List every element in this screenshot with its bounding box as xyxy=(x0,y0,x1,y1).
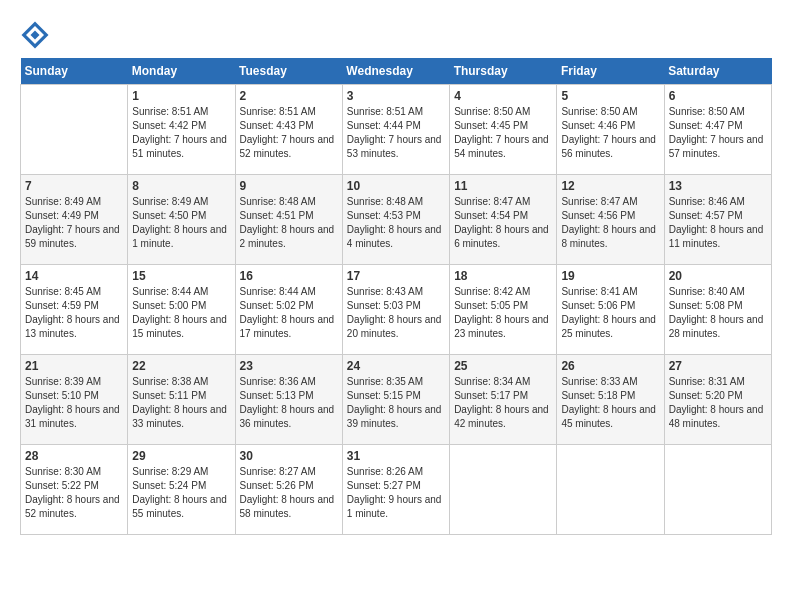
day-number: 11 xyxy=(454,179,552,193)
calendar-cell: 26 Sunrise: 8:33 AMSunset: 5:18 PMDaylig… xyxy=(557,355,664,445)
calendar-cell xyxy=(557,445,664,535)
day-detail: Sunrise: 8:46 AMSunset: 4:57 PMDaylight:… xyxy=(669,196,764,249)
week-row-3: 21 Sunrise: 8:39 AMSunset: 5:10 PMDaylig… xyxy=(21,355,772,445)
day-number: 14 xyxy=(25,269,123,283)
day-detail: Sunrise: 8:48 AMSunset: 4:51 PMDaylight:… xyxy=(240,196,335,249)
calendar-cell xyxy=(450,445,557,535)
logo xyxy=(20,20,54,50)
day-number: 13 xyxy=(669,179,767,193)
calendar-cell: 21 Sunrise: 8:39 AMSunset: 5:10 PMDaylig… xyxy=(21,355,128,445)
day-number: 1 xyxy=(132,89,230,103)
day-detail: Sunrise: 8:34 AMSunset: 5:17 PMDaylight:… xyxy=(454,376,549,429)
calendar-cell: 10 Sunrise: 8:48 AMSunset: 4:53 PMDaylig… xyxy=(342,175,449,265)
calendar-body: 1 Sunrise: 8:51 AMSunset: 4:42 PMDayligh… xyxy=(21,85,772,535)
day-number: 30 xyxy=(240,449,338,463)
header-friday: Friday xyxy=(557,58,664,85)
week-row-2: 14 Sunrise: 8:45 AMSunset: 4:59 PMDaylig… xyxy=(21,265,772,355)
calendar-cell: 6 Sunrise: 8:50 AMSunset: 4:47 PMDayligh… xyxy=(664,85,771,175)
calendar-cell: 7 Sunrise: 8:49 AMSunset: 4:49 PMDayligh… xyxy=(21,175,128,265)
day-detail: Sunrise: 8:30 AMSunset: 5:22 PMDaylight:… xyxy=(25,466,120,519)
day-detail: Sunrise: 8:31 AMSunset: 5:20 PMDaylight:… xyxy=(669,376,764,429)
day-number: 27 xyxy=(669,359,767,373)
day-detail: Sunrise: 8:50 AMSunset: 4:46 PMDaylight:… xyxy=(561,106,656,159)
calendar-cell: 18 Sunrise: 8:42 AMSunset: 5:05 PMDaylig… xyxy=(450,265,557,355)
day-number: 18 xyxy=(454,269,552,283)
day-number: 29 xyxy=(132,449,230,463)
day-number: 25 xyxy=(454,359,552,373)
day-number: 26 xyxy=(561,359,659,373)
calendar-cell: 8 Sunrise: 8:49 AMSunset: 4:50 PMDayligh… xyxy=(128,175,235,265)
day-detail: Sunrise: 8:26 AMSunset: 5:27 PMDaylight:… xyxy=(347,466,442,519)
day-number: 16 xyxy=(240,269,338,283)
day-detail: Sunrise: 8:51 AMSunset: 4:43 PMDaylight:… xyxy=(240,106,335,159)
header-saturday: Saturday xyxy=(664,58,771,85)
calendar-cell: 16 Sunrise: 8:44 AMSunset: 5:02 PMDaylig… xyxy=(235,265,342,355)
header-row: SundayMondayTuesdayWednesdayThursdayFrid… xyxy=(21,58,772,85)
day-detail: Sunrise: 8:36 AMSunset: 5:13 PMDaylight:… xyxy=(240,376,335,429)
calendar-cell: 1 Sunrise: 8:51 AMSunset: 4:42 PMDayligh… xyxy=(128,85,235,175)
day-detail: Sunrise: 8:51 AMSunset: 4:44 PMDaylight:… xyxy=(347,106,442,159)
calendar-cell: 5 Sunrise: 8:50 AMSunset: 4:46 PMDayligh… xyxy=(557,85,664,175)
day-number: 15 xyxy=(132,269,230,283)
day-detail: Sunrise: 8:42 AMSunset: 5:05 PMDaylight:… xyxy=(454,286,549,339)
calendar-cell: 15 Sunrise: 8:44 AMSunset: 5:00 PMDaylig… xyxy=(128,265,235,355)
header-monday: Monday xyxy=(128,58,235,85)
calendar-cell: 31 Sunrise: 8:26 AMSunset: 5:27 PMDaylig… xyxy=(342,445,449,535)
header-tuesday: Tuesday xyxy=(235,58,342,85)
day-number: 23 xyxy=(240,359,338,373)
header-wednesday: Wednesday xyxy=(342,58,449,85)
day-detail: Sunrise: 8:43 AMSunset: 5:03 PMDaylight:… xyxy=(347,286,442,339)
day-detail: Sunrise: 8:39 AMSunset: 5:10 PMDaylight:… xyxy=(25,376,120,429)
day-number: 21 xyxy=(25,359,123,373)
calendar-cell: 20 Sunrise: 8:40 AMSunset: 5:08 PMDaylig… xyxy=(664,265,771,355)
day-detail: Sunrise: 8:49 AMSunset: 4:49 PMDaylight:… xyxy=(25,196,120,249)
week-row-4: 28 Sunrise: 8:30 AMSunset: 5:22 PMDaylig… xyxy=(21,445,772,535)
day-number: 5 xyxy=(561,89,659,103)
day-detail: Sunrise: 8:27 AMSunset: 5:26 PMDaylight:… xyxy=(240,466,335,519)
calendar-cell: 29 Sunrise: 8:29 AMSunset: 5:24 PMDaylig… xyxy=(128,445,235,535)
calendar-cell: 4 Sunrise: 8:50 AMSunset: 4:45 PMDayligh… xyxy=(450,85,557,175)
day-number: 4 xyxy=(454,89,552,103)
day-detail: Sunrise: 8:47 AMSunset: 4:56 PMDaylight:… xyxy=(561,196,656,249)
calendar-cell: 19 Sunrise: 8:41 AMSunset: 5:06 PMDaylig… xyxy=(557,265,664,355)
calendar-cell: 2 Sunrise: 8:51 AMSunset: 4:43 PMDayligh… xyxy=(235,85,342,175)
calendar-cell: 23 Sunrise: 8:36 AMSunset: 5:13 PMDaylig… xyxy=(235,355,342,445)
day-number: 20 xyxy=(669,269,767,283)
header-sunday: Sunday xyxy=(21,58,128,85)
day-number: 7 xyxy=(25,179,123,193)
day-number: 9 xyxy=(240,179,338,193)
logo-icon xyxy=(20,20,50,50)
day-detail: Sunrise: 8:33 AMSunset: 5:18 PMDaylight:… xyxy=(561,376,656,429)
day-number: 2 xyxy=(240,89,338,103)
page-header xyxy=(20,20,772,50)
day-number: 17 xyxy=(347,269,445,283)
day-detail: Sunrise: 8:45 AMSunset: 4:59 PMDaylight:… xyxy=(25,286,120,339)
day-number: 28 xyxy=(25,449,123,463)
day-detail: Sunrise: 8:49 AMSunset: 4:50 PMDaylight:… xyxy=(132,196,227,249)
week-row-1: 7 Sunrise: 8:49 AMSunset: 4:49 PMDayligh… xyxy=(21,175,772,265)
day-number: 22 xyxy=(132,359,230,373)
day-number: 3 xyxy=(347,89,445,103)
day-number: 8 xyxy=(132,179,230,193)
calendar-cell xyxy=(21,85,128,175)
day-number: 10 xyxy=(347,179,445,193)
calendar-cell: 28 Sunrise: 8:30 AMSunset: 5:22 PMDaylig… xyxy=(21,445,128,535)
day-number: 24 xyxy=(347,359,445,373)
day-detail: Sunrise: 8:29 AMSunset: 5:24 PMDaylight:… xyxy=(132,466,227,519)
calendar-cell: 25 Sunrise: 8:34 AMSunset: 5:17 PMDaylig… xyxy=(450,355,557,445)
day-number: 6 xyxy=(669,89,767,103)
calendar-cell: 3 Sunrise: 8:51 AMSunset: 4:44 PMDayligh… xyxy=(342,85,449,175)
calendar-cell: 22 Sunrise: 8:38 AMSunset: 5:11 PMDaylig… xyxy=(128,355,235,445)
calendar-cell: 13 Sunrise: 8:46 AMSunset: 4:57 PMDaylig… xyxy=(664,175,771,265)
day-detail: Sunrise: 8:44 AMSunset: 5:00 PMDaylight:… xyxy=(132,286,227,339)
day-detail: Sunrise: 8:48 AMSunset: 4:53 PMDaylight:… xyxy=(347,196,442,249)
calendar-cell: 17 Sunrise: 8:43 AMSunset: 5:03 PMDaylig… xyxy=(342,265,449,355)
day-detail: Sunrise: 8:40 AMSunset: 5:08 PMDaylight:… xyxy=(669,286,764,339)
week-row-0: 1 Sunrise: 8:51 AMSunset: 4:42 PMDayligh… xyxy=(21,85,772,175)
calendar-cell: 11 Sunrise: 8:47 AMSunset: 4:54 PMDaylig… xyxy=(450,175,557,265)
day-detail: Sunrise: 8:47 AMSunset: 4:54 PMDaylight:… xyxy=(454,196,549,249)
calendar-cell: 9 Sunrise: 8:48 AMSunset: 4:51 PMDayligh… xyxy=(235,175,342,265)
day-detail: Sunrise: 8:44 AMSunset: 5:02 PMDaylight:… xyxy=(240,286,335,339)
calendar-cell: 24 Sunrise: 8:35 AMSunset: 5:15 PMDaylig… xyxy=(342,355,449,445)
day-detail: Sunrise: 8:51 AMSunset: 4:42 PMDaylight:… xyxy=(132,106,227,159)
